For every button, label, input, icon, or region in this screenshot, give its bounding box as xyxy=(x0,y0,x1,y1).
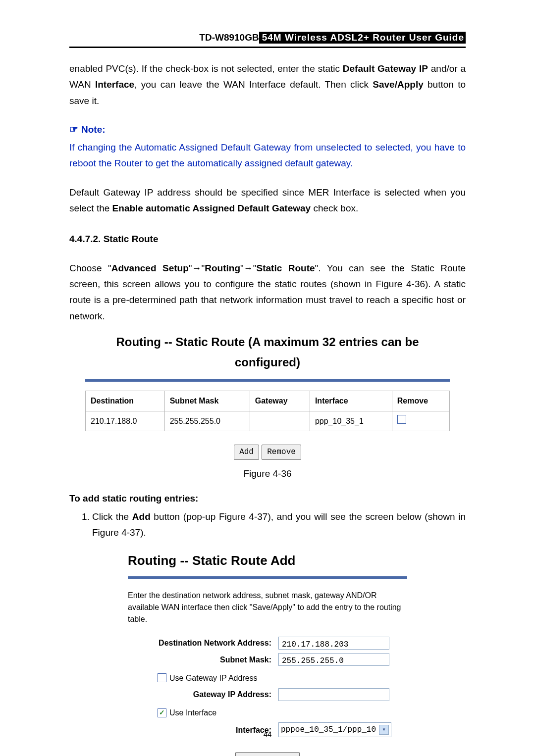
page-header: TD-W8910GB 54M Wireless ADSL2+ Router Us… xyxy=(69,32,466,48)
figure-4-36-caption: Figure 4-36 xyxy=(69,466,466,482)
figure-4-36-rule xyxy=(85,379,450,382)
label-destination-address: Destination Network Address: xyxy=(128,636,278,650)
paragraph-default-gateway: Default Gateway IP address should be spe… xyxy=(69,185,466,217)
input-destination-address[interactable]: 210.17.188.203 xyxy=(278,637,389,650)
add-button[interactable]: Add xyxy=(234,445,259,460)
add-entries-list: Click the Add button (pop-up Figure 4-37… xyxy=(69,509,466,541)
header-model: TD-W8910GB xyxy=(199,32,259,43)
col-gateway: Gateway xyxy=(250,391,310,411)
label-gateway-ip: Gateway IP Address: xyxy=(128,688,278,701)
col-destination: Destination xyxy=(86,391,165,411)
checkbox-use-gateway[interactable] xyxy=(158,673,166,682)
checkbox-use-interface[interactable]: ✓ xyxy=(158,708,166,717)
hand-pointer-icon: ☞ xyxy=(69,121,78,138)
paragraph-pvc: enabled PVC(s). If the check-box is not … xyxy=(69,61,466,109)
header-title: 54M Wireless ADSL2+ Router User Guide xyxy=(259,32,466,44)
label-use-gateway: Use Gateway IP Address xyxy=(169,671,258,685)
page-number: 44 xyxy=(0,730,535,738)
cell-interface: ppp_10_35_1 xyxy=(310,411,392,431)
input-gateway-ip[interactable] xyxy=(278,688,389,701)
label-subnet-mask: Subnet Mask: xyxy=(128,653,278,666)
cell-remove xyxy=(392,411,449,431)
save-apply-button[interactable]: Save/Apply xyxy=(235,752,300,756)
table-header-row: Destination Subnet Mask Gateway Interfac… xyxy=(86,391,450,411)
paragraph-static-route: Choose "Advanced Setup"→"Routing"→"Stati… xyxy=(69,260,466,324)
figure-4-37-rule xyxy=(128,576,407,579)
table-row: 210.17.188.0 255.255.255.0 ppp_10_35_1 xyxy=(86,411,450,431)
figure-4-37-description: Enter the destination network address, s… xyxy=(128,590,407,625)
list-item: Click the Add button (pop-up Figure 4-37… xyxy=(92,509,466,541)
note-body: If changing the Automatic Assigned Defau… xyxy=(69,140,466,172)
label-use-interface: Use Interface xyxy=(169,706,216,719)
col-interface: Interface xyxy=(310,391,392,411)
add-entries-heading: To add static routing entries: xyxy=(69,491,466,506)
figure-4-36-title: Routing -- Static Route (A maximum 32 en… xyxy=(85,332,450,373)
remove-checkbox[interactable] xyxy=(397,415,406,424)
figure-4-37: Routing -- Static Route Add Enter the de… xyxy=(113,550,422,756)
input-subnet-mask[interactable]: 255.255.255.0 xyxy=(278,653,389,666)
section-heading-static-route: 4.4.7.2. Static Route xyxy=(69,231,466,247)
cell-gateway xyxy=(250,411,310,431)
figure-4-36: Routing -- Static Route (A maximum 32 en… xyxy=(85,332,450,460)
col-remove: Remove xyxy=(392,391,449,411)
col-subnet-mask: Subnet Mask xyxy=(164,391,250,411)
static-route-table: Destination Subnet Mask Gateway Interfac… xyxy=(85,391,450,431)
note-heading: ☞Note: xyxy=(69,121,466,138)
cell-subnet-mask: 255.255.255.0 xyxy=(164,411,250,431)
cell-destination: 210.17.188.0 xyxy=(86,411,165,431)
figure-4-37-title: Routing -- Static Route Add xyxy=(128,550,422,571)
remove-button[interactable]: Remove xyxy=(262,445,301,460)
